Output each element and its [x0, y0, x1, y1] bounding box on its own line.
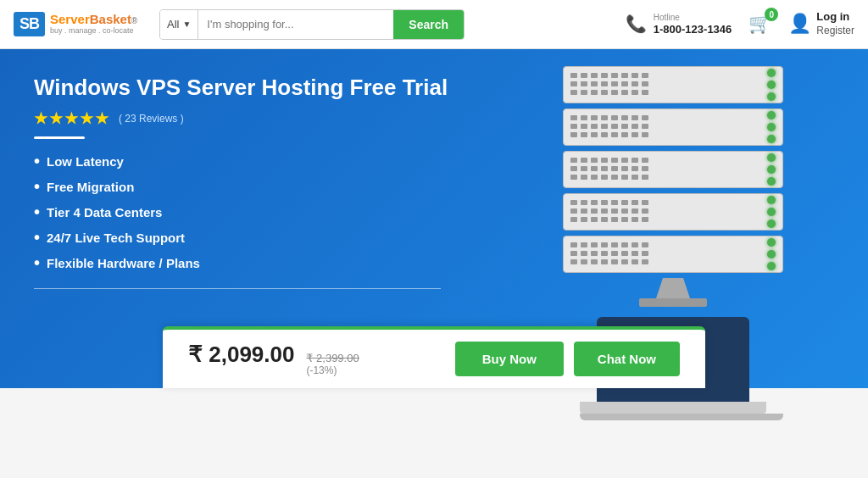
server-illustration — [546, 66, 800, 371]
led-green — [767, 69, 776, 77]
led-green — [767, 92, 776, 101]
server-unit — [563, 236, 783, 273]
login-label: Log in — [816, 10, 854, 25]
feature-item: 24/7 Live Tech Support — [34, 229, 509, 246]
hotline-number: 1-800-123-1346 — [654, 23, 732, 36]
server-dots — [570, 242, 650, 266]
chevron-down-icon: ▼ — [182, 19, 191, 29]
login-text: Log in Register — [816, 10, 854, 37]
server-unit — [563, 151, 783, 188]
price-old: ₹ 2,399.00 — [306, 352, 359, 364]
search-category-dropdown[interactable]: All ▼ — [160, 10, 198, 39]
server-leds — [767, 111, 776, 143]
user-icon: 👤 — [788, 13, 811, 35]
logo-subtitle: buy . manage . co-locate — [50, 27, 137, 36]
chat-now-button[interactable]: Chat Now — [574, 342, 680, 376]
server-leds — [767, 238, 776, 270]
hero-divider — [34, 136, 85, 139]
server-dots — [570, 115, 650, 139]
server-dots — [570, 73, 650, 97]
register-label: Register — [816, 25, 854, 38]
connector-stem — [656, 278, 690, 298]
price-main: ₹ 2,099.00 — [188, 342, 294, 368]
feature-item: Free Migration — [34, 178, 509, 195]
feature-item: Tier 4 Data Centers — [34, 203, 509, 220]
hero-banner: Windows VPS Server Hosting Free Trial ★★… — [0, 49, 868, 388]
hero-title: Windows VPS Server Hosting Free Trial ★★… — [34, 75, 509, 128]
price-discount: (-13%) — [306, 364, 359, 376]
buy-now-button[interactable]: Buy Now — [455, 342, 564, 376]
header: SB ServerBasket® buy . manage . co-locat… — [0, 0, 868, 49]
connector-base — [639, 298, 707, 307]
phone-icon: 📞 — [626, 14, 647, 34]
header-right: 📞 Hotline 1-800-123-1346 🛒 0 👤 Log in Re… — [626, 10, 854, 37]
price-old-area: ₹ 2,399.00 (-13%) — [306, 352, 359, 376]
server-connector — [639, 278, 707, 307]
hero-reviews: ( 23 Reviews ) — [119, 113, 184, 125]
pricing-buttons: Buy Now Chat Now — [455, 342, 680, 376]
led-green — [767, 81, 776, 89]
pricing-bar: ₹ 2,099.00 ₹ 2,399.00 (-13%) Buy Now Cha… — [163, 326, 705, 388]
logo[interactable]: SB ServerBasket® buy . manage . co-locat… — [14, 12, 149, 36]
laptop-bottom — [580, 414, 783, 420]
search-category-label: All — [167, 18, 179, 31]
server-leds — [767, 196, 776, 228]
features-list: Low Latency Free Migration Tier 4 Data C… — [34, 153, 509, 271]
logo-letters: SB — [14, 12, 45, 36]
price-value: 2,099.00 — [209, 342, 294, 367]
hotline-text: Hotline 1-800-123-1346 — [654, 13, 732, 36]
feature-item: Flexible Hardware / Plans — [34, 254, 509, 271]
server-leds — [767, 69, 776, 101]
server-dots — [570, 200, 650, 224]
logo-name: ServerBasket® — [50, 13, 137, 27]
hotline: 📞 Hotline 1-800-123-1346 — [626, 13, 732, 36]
hotline-label: Hotline — [654, 13, 732, 23]
search-button[interactable]: Search — [393, 10, 464, 39]
search-input[interactable] — [198, 10, 393, 39]
server-unit — [563, 108, 783, 146]
cart-badge: 0 — [765, 8, 778, 21]
laptop-base — [580, 402, 766, 414]
server-dots — [570, 158, 650, 181]
server-unit — [563, 66, 783, 103]
server-unit — [563, 193, 783, 231]
cart-button[interactable]: 🛒 0 — [748, 13, 771, 35]
currency-symbol: ₹ — [188, 342, 203, 367]
price-area: ₹ 2,099.00 ₹ 2,399.00 (-13%) — [188, 342, 359, 376]
hero-title-text: Windows VPS Server Hosting Free Trial — [34, 75, 448, 101]
hero-content: Windows VPS Server Hosting Free Trial ★★… — [34, 75, 509, 289]
logo-text: ServerBasket® buy . manage . co-locate — [50, 13, 137, 35]
hero-stars: ★★★★★ — [34, 109, 110, 128]
login-register[interactable]: 👤 Log in Register — [788, 10, 854, 37]
server-leds — [767, 153, 776, 186]
feature-item: Low Latency — [34, 153, 509, 170]
search-bar: All ▼ Search — [159, 9, 465, 40]
hero-bottom-divider — [34, 288, 441, 289]
